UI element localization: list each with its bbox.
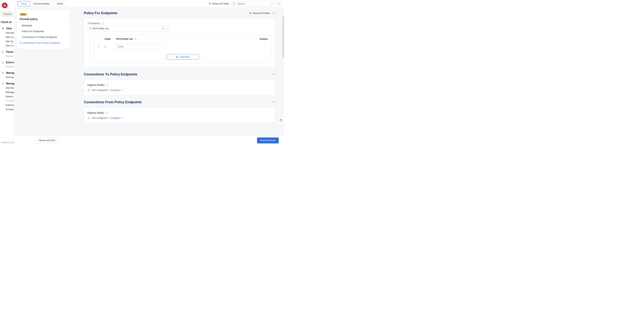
svg-point-29 — [99, 47, 100, 48]
nav-item-metadata[interactable]: Metadata — [17, 22, 70, 28]
svg-line-20 — [235, 4, 236, 5]
search-next[interactable] — [274, 1, 277, 6]
collapse-policy[interactable] — [273, 12, 275, 14]
service-selector[interactable]: Select s — [2, 11, 13, 17]
svg-rect-18 — [3, 83, 4, 84]
tab-documentation[interactable]: Documentation — [30, 1, 53, 6]
section-title-conn-to: Connections To Policy Endpoints — [84, 72, 273, 76]
topbar: Form Documentation JSON Reset All Fields… — [14, 0, 284, 8]
drag-handle[interactable] — [98, 45, 104, 48]
search-icon — [232, 2, 236, 5]
app-sidebar: f5 Select s Cloud an Sites Site Ma Site … — [0, 0, 14, 145]
form-panel: Form Documentation JSON Reset All Fields… — [14, 0, 284, 145]
sidebar-item[interactable]: Overvie — [6, 76, 14, 78]
warning-icon — [88, 116, 90, 119]
gear-icon — [2, 72, 4, 74]
policy-card: *Endpoint(s) ? IPv4 Prefix List ✕ — [84, 18, 275, 67]
egress-status: Not configured — [92, 116, 108, 119]
configure-ingress[interactable]: Configure — [110, 89, 123, 92]
save-button[interactable]: Save and Exit — [257, 138, 279, 144]
link-icon — [2, 82, 4, 85]
reset-icon — [208, 2, 211, 5]
svg-point-24 — [98, 45, 98, 46]
footer: Cancel and Exit Save and Exit — [14, 135, 284, 145]
sidebar-item[interactable]: Externa — [6, 104, 14, 106]
prefix-list-table: Order *IPv4 Prefix List ? Actions — [94, 35, 272, 64]
sidebar-item[interactable]: Networ — [6, 95, 14, 98]
nav-item-policy[interactable]: Policy For Endpoints — [17, 28, 70, 34]
help-icon[interactable]: ? — [102, 22, 104, 25]
tab-form[interactable]: Form — [18, 1, 30, 6]
sidebar-item[interactable]: Site Ma — [6, 31, 14, 34]
warning-icon — [88, 89, 90, 91]
fleet-icon — [2, 50, 4, 53]
sidebar-item[interactable]: Site Ma — [6, 86, 14, 89]
sidebar-item[interactable]: Firewall — [6, 99, 14, 102]
sidebar-group-manage: Manag — [6, 71, 14, 74]
help-icon[interactable]: ? — [106, 112, 108, 114]
nav-title: Firewall policy — [20, 18, 67, 20]
sidebar-group-external: Extern — [6, 61, 14, 64]
section-title-conn-from: Connections From Policy Endpoints — [84, 100, 273, 104]
svg-point-19 — [233, 2, 235, 4]
sidebar-group-fleets: Fleets — [6, 50, 14, 54]
sidebar-item[interactable]: Site Se — [6, 40, 14, 43]
search-box: ✕ — [232, 1, 281, 6]
view-tabs: Form Documentation JSON — [17, 1, 67, 6]
svg-point-25 — [99, 45, 100, 46]
form-scroll[interactable]: Policy For Endpoints Reset All Fields *E… — [70, 8, 284, 135]
sidebar-item[interactable]: Site Co — [6, 44, 14, 47]
sidebar-item[interactable]: Secrets — [6, 108, 14, 111]
table-row: 1 — [96, 42, 269, 51]
new-badge: New — [20, 13, 27, 16]
sidebar-group-manage2: Manag — [6, 82, 14, 85]
help-icon[interactable]: ? — [134, 38, 137, 40]
prefix-input[interactable] — [116, 44, 160, 49]
ingress-status: Not configured — [92, 89, 108, 92]
branch-icon — [89, 27, 91, 30]
add-item-button[interactable]: Add Item — [166, 54, 199, 60]
th-prefix-list: *IPv4 Prefix List ? — [116, 38, 164, 40]
collapse-conn-to[interactable] — [273, 73, 275, 76]
help-icon[interactable]: ? — [106, 84, 109, 86]
svg-point-15 — [2, 72, 3, 73]
reset-all-fields-top[interactable]: Reset All Fields — [208, 2, 229, 5]
svg-point-21 — [89, 28, 90, 28]
plus-circle-icon — [176, 56, 178, 58]
help-fab[interactable] — [278, 117, 284, 124]
search-prev[interactable] — [270, 1, 274, 6]
cancel-button[interactable]: Cancel and Exit — [35, 138, 58, 144]
svg-point-23 — [90, 29, 90, 30]
clear-icon[interactable]: ✕ — [161, 27, 165, 30]
egress-title: Egress Rules ? — [88, 111, 272, 114]
nav-item-conn-from[interactable]: Connections From Policy Endpoints — [17, 40, 70, 46]
nav-item-conn-to[interactable]: Connections To Policy Endpoints — [17, 34, 70, 40]
svg-rect-12 — [2, 51, 4, 53]
th-order: Order — [104, 38, 116, 40]
advanced-nav[interactable]: Advanced nav — [1, 141, 14, 144]
gauge-icon — [2, 61, 4, 64]
tab-json[interactable]: JSON — [54, 1, 67, 6]
reset-section-policy[interactable]: Reset All Fields — [249, 12, 270, 14]
chevron-right-icon — [121, 89, 123, 91]
ingress-title: Ingress Rules ? — [88, 83, 272, 86]
endpoint-label: *Endpoint(s) ? — [88, 22, 272, 25]
search-clear[interactable]: ✕ — [277, 1, 281, 6]
endpoint-type-select[interactable]: IPv4 Prefix List ✕ — [88, 26, 170, 31]
svg-point-34 — [88, 90, 89, 91]
search-input[interactable] — [236, 2, 270, 5]
ingress-card: Ingress Rules ? Not configured Configure — [84, 80, 275, 95]
row-order: 1 — [104, 45, 116, 48]
svg-point-38 — [281, 121, 281, 121]
collapse-conn-from[interactable] — [273, 101, 275, 103]
sidebar-item[interactable]: Site Lis — [6, 36, 14, 38]
svg-point-28 — [98, 47, 98, 48]
svg-point-27 — [99, 46, 100, 47]
chevron-down-icon[interactable] — [165, 28, 168, 30]
svg-point-22 — [90, 28, 91, 28]
scrollbar[interactable] — [282, 8, 284, 135]
section-nav: New Firewall policy Metadata Policy For … — [17, 10, 70, 49]
egress-card: Egress Rules ? Not configured Configure — [84, 108, 275, 123]
sidebar-item[interactable]: Manage — [6, 91, 14, 94]
configure-egress[interactable]: Configure — [110, 116, 123, 119]
